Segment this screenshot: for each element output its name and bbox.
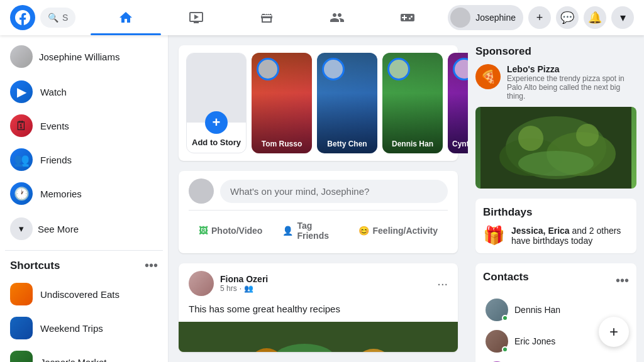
post-author-avatar	[189, 271, 214, 296]
left-sidebar: Josephine Williams ▶ Watch 🗓 Events 👥 Fr…	[0, 35, 169, 362]
post-divider	[189, 210, 448, 211]
stories-row: + Add to Story Tom Russo Betty Chen	[186, 53, 450, 153]
shortcut-label-2: Jasper's Market	[40, 357, 106, 363]
contacts-more-button[interactable]: •••	[616, 273, 629, 288]
online-dot-1	[502, 346, 508, 353]
nav-marketplace[interactable]	[231, 3, 302, 33]
tag-icon: 👤	[282, 226, 293, 236]
friends-icon: 👥	[10, 148, 33, 171]
story-dennis-han[interactable]: Dennis Han	[382, 53, 443, 153]
search-input[interactable]	[62, 13, 68, 23]
add-story-icon: +	[205, 111, 228, 134]
sidebar-item-memories[interactable]: 🕐 Memories	[5, 177, 163, 210]
shortcut-icon-2	[10, 351, 33, 362]
birthday-icon: 🎁	[483, 225, 505, 246]
story-cynthia-lopez[interactable]: Cynthia Lopez	[448, 53, 468, 153]
photo-video-button[interactable]: 🖼 Photo/Video	[189, 216, 272, 246]
sponsored-icon: 🍕	[475, 64, 501, 89]
birthdays-section: Birthdays 🎁 Jessica, Erica and 2 others …	[475, 199, 636, 253]
post-image	[179, 322, 458, 352]
profile-avatar	[10, 45, 33, 68]
contacts-section: Contacts ••• Dennis Han Eric Jones Cyn	[475, 263, 636, 362]
sponsored-item: 🍕 Lebo's Pizza Experience the trendy piz…	[475, 64, 636, 101]
nav-watch[interactable]	[161, 3, 231, 33]
profile-name: Josephine Williams	[39, 52, 119, 62]
sponsor-brand: Lebo's Pizza	[507, 64, 636, 74]
post-time: 5 hrs	[220, 284, 237, 293]
add-button[interactable]: +	[528, 6, 551, 29]
post-header: Fiona Ozeri 5 hrs · 👥 ···	[179, 263, 458, 304]
story-betty-chen[interactable]: Betty Chen	[317, 53, 377, 153]
shortcut-jaspers-market[interactable]: Jasper's Market	[5, 346, 163, 362]
nav-groups[interactable]	[302, 3, 372, 33]
contact-avatar-0	[486, 299, 508, 321]
fab-button[interactable]: +	[599, 317, 629, 347]
post-text: This has some great healthy recipes	[179, 304, 458, 322]
friends-label: Friends	[40, 155, 72, 165]
post-input[interactable]: What's on your mind, Josephine?	[220, 180, 448, 203]
see-more-icon: ▾	[10, 217, 33, 240]
add-story-bg: +	[187, 53, 246, 123]
photo-icon: 🖼	[199, 226, 208, 236]
birthday-item: 🎁 Jessica, Erica and 2 others have birth…	[483, 225, 629, 246]
nav-gaming[interactable]	[372, 3, 443, 33]
shortcut-weekend-trips[interactable]: Weekend Trips	[5, 312, 163, 344]
see-more-button[interactable]: ▾ See More	[5, 212, 163, 245]
post-author-name: Fiona Ozeri	[220, 274, 431, 284]
sidebar-item-friends[interactable]: 👥 Friends	[5, 143, 163, 176]
post-dot: ·	[240, 284, 242, 293]
search-icon: 🔍	[48, 13, 58, 23]
right-sidebar: Sponsored 🍕 Lebo's Pizza Experience the …	[468, 35, 644, 362]
dropdown-button[interactable]: ▾	[611, 6, 634, 29]
memories-label: Memories	[40, 189, 82, 199]
user-name: Josephine	[475, 13, 516, 23]
add-story-card[interactable]: + Add to Story	[186, 53, 247, 153]
story-name-0: Tom Russo	[254, 140, 309, 148]
sponsored-section: Sponsored 🍕 Lebo's Pizza Experience the …	[475, 45, 636, 189]
sidebar-item-events[interactable]: 🗓 Events	[5, 109, 163, 142]
shortcut-undiscovered-eats[interactable]: Undiscovered Eats	[5, 278, 163, 310]
story-avatar-ring-0	[257, 58, 279, 80]
facebook-logo[interactable]	[10, 5, 35, 30]
nav-home[interactable]	[91, 3, 161, 33]
feeling-label: Feeling/Activity	[373, 226, 438, 236]
tag-label: Tag Friends	[297, 221, 338, 241]
svg-rect-14	[179, 322, 458, 352]
top-navigation: 🔍 Josephine + 💬 🔔 ▾	[0, 0, 644, 35]
story-tom-russo[interactable]: Tom Russo	[252, 53, 312, 153]
nav-right: Josephine + 💬 🔔 ▾	[448, 5, 634, 30]
tag-friends-button[interactable]: 👤 Tag Friends	[272, 216, 348, 246]
sponsored-image[interactable]	[475, 107, 636, 189]
events-label: Events	[40, 121, 69, 131]
svg-rect-22	[480, 107, 631, 189]
post-avatar	[189, 178, 214, 204]
user-chip[interactable]: Josephine	[448, 5, 523, 30]
birthdays-title: Birthdays	[483, 206, 629, 219]
notifications-button[interactable]: 🔔	[584, 6, 606, 29]
sponsored-title: Sponsored	[475, 45, 636, 58]
user-avatar	[450, 8, 470, 28]
contact-cynthia-lopez[interactable]: Cynthia Lopez	[483, 358, 629, 362]
birthday-names: Jessica, Erica	[511, 226, 570, 236]
sponsor-desc: Experience the trendy pizza spot in Palo…	[507, 74, 636, 101]
fab-icon: +	[609, 323, 618, 341]
feed-post: Fiona Ozeri 5 hrs · 👥 ··· This has some …	[179, 263, 458, 352]
search-bar[interactable]: 🔍	[40, 8, 75, 28]
sidebar-item-watch[interactable]: ▶ Watch	[5, 75, 163, 108]
watch-icon: ▶	[10, 80, 33, 103]
feeling-icon: 😊	[358, 226, 369, 236]
stories-container: + Add to Story Tom Russo Betty Chen	[179, 45, 458, 161]
shortcuts-more-button[interactable]: •••	[145, 258, 158, 273]
photo-label: Photo/Video	[211, 226, 262, 236]
post-meta: 5 hrs · 👥	[220, 284, 431, 293]
contacts-title: Contacts	[483, 271, 529, 283]
post-box: What's on your mind, Josephine? 🖼 Photo/…	[179, 171, 458, 253]
memories-icon: 🕐	[10, 182, 33, 205]
story-name-1: Betty Chen	[319, 140, 375, 148]
sidebar-profile[interactable]: Josephine Williams	[5, 40, 163, 73]
post-more-button[interactable]: ···	[437, 277, 448, 291]
feeling-button[interactable]: 😊 Feeling/Activity	[348, 216, 448, 246]
messenger-button[interactable]: 💬	[556, 6, 579, 29]
shortcuts-header: Shortcuts •••	[5, 256, 163, 275]
shortcut-icon-1	[10, 317, 33, 339]
